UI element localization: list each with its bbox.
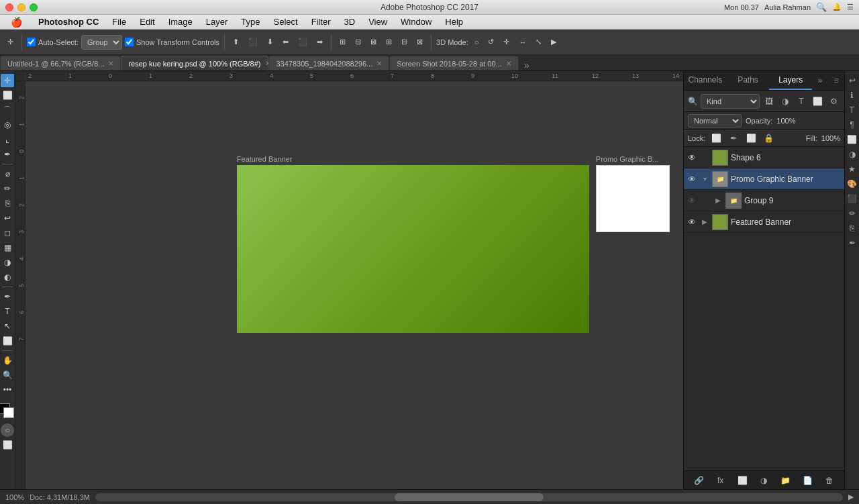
pen-tool[interactable]: ✒ — [1, 290, 14, 303]
autoselect-checkbox[interactable] — [27, 38, 36, 46]
tab-close-photo[interactable]: ✕ — [376, 60, 382, 67]
rs-properties-btn[interactable]: ⬜ — [846, 133, 859, 146]
lock-pixels-btn[interactable]: ⬜ — [709, 132, 723, 145]
type-tool[interactable]: T — [1, 305, 14, 318]
color-picker[interactable] — [0, 403, 15, 419]
group-btn[interactable]: 📁 — [779, 474, 793, 487]
transform-checkbox[interactable] — [125, 38, 134, 46]
panel-menu-btn[interactable]: ≡ — [828, 71, 844, 90]
search-icon[interactable]: 🔍 — [816, 2, 827, 12]
adjustment-btn[interactable]: ◑ — [757, 474, 770, 487]
rs-paths-btn[interactable]: ✒ — [846, 236, 859, 250]
quick-mask-btn[interactable]: ○ — [1, 423, 14, 437]
panel-collapse-btn[interactable]: » — [812, 71, 828, 90]
rs-clone-btn[interactable]: ⎘ — [846, 221, 859, 235]
eyedropper-tool[interactable]: ✒ — [1, 148, 14, 161]
3d-pan-btn[interactable]: ✛ — [500, 34, 513, 50]
kind-dropdown[interactable]: Kind — [701, 94, 760, 109]
rs-type-btn[interactable]: T — [846, 103, 859, 117]
lasso-tool[interactable]: ⌒ — [1, 103, 14, 117]
menu-view[interactable]: View — [363, 15, 393, 28]
align-hcenter-btn[interactable]: ⬛ — [295, 34, 311, 50]
align-left-btn[interactable]: ⬅ — [279, 34, 292, 50]
path-select-tool[interactable]: ↖ — [1, 319, 14, 333]
align-top-btn[interactable]: ⬆ — [230, 34, 242, 50]
layer-visibility-featured[interactable]: 👁 — [687, 217, 697, 228]
hand-tool[interactable]: ✋ — [1, 354, 14, 367]
align-bottom-btn[interactable]: ⬇ — [264, 34, 276, 50]
zoom-tool[interactable]: 🔍 — [1, 368, 14, 382]
3d-roll-btn[interactable]: ↺ — [485, 34, 497, 50]
menu-window[interactable]: Window — [395, 15, 437, 28]
menu-3d[interactable]: 3D — [339, 15, 361, 28]
app-name-menu[interactable]: Photoshop CC — [33, 15, 104, 28]
workspace[interactable]: Featured Banner Promo Graphic B... — [26, 81, 683, 489]
rs-color-btn[interactable]: 🎨 — [846, 177, 859, 191]
menu-edit[interactable]: Edit — [134, 15, 160, 28]
canvas-scroll[interactable]: 2 1 0 1 2 3 4 5 6 7 Featured Banner Prom… — [15, 81, 683, 489]
rs-swatches-btn[interactable]: ⬛ — [846, 192, 859, 205]
lock-artboard-btn[interactable]: ⬜ — [744, 132, 758, 145]
healing-tool[interactable]: ⌀ — [1, 167, 14, 181]
layer-item-featured[interactable]: 👁 ▶ Featured Banner — [684, 211, 844, 233]
dist-btn-3[interactable]: ⊠ — [367, 34, 380, 50]
brush-tool[interactable]: ✏ — [1, 182, 14, 195]
tab-channels[interactable]: Channels — [684, 71, 727, 90]
close-button[interactable] — [5, 3, 13, 11]
menu-filter[interactable]: Filter — [306, 15, 336, 28]
new-layer-btn[interactable]: 📄 — [801, 474, 814, 487]
dist-btn-1[interactable]: ⊞ — [336, 34, 349, 50]
clone-tool[interactable]: ⎘ — [1, 197, 14, 210]
3d-slide-btn[interactable]: ↔ — [515, 34, 529, 50]
layer-visibility-shape6[interactable]: 👁 — [687, 152, 697, 163]
shape-filter-btn[interactable]: ⬜ — [811, 95, 824, 108]
menu-type[interactable]: Type — [236, 15, 265, 28]
layer-visibility-promo[interactable]: 👁 — [687, 174, 697, 185]
smart-filter-btn[interactable]: ⚙ — [827, 95, 840, 108]
menu-select[interactable]: Select — [268, 15, 303, 28]
fx-btn[interactable]: fx — [714, 474, 727, 487]
shape-tool[interactable]: ⬜ — [1, 334, 14, 348]
dist-btn-2[interactable]: ⊟ — [352, 34, 364, 50]
scrollbar-thumb[interactable] — [395, 493, 544, 501]
3d-video-btn[interactable]: ▶ — [548, 34, 560, 50]
background-color[interactable] — [3, 407, 14, 418]
quick-select-tool[interactable]: ◎ — [1, 118, 14, 132]
layer-expand-featured[interactable]: ▶ — [700, 217, 709, 227]
align-vcenter-btn[interactable]: ⬛ — [245, 34, 261, 50]
tab-photo[interactable]: 33478305_1984042088296... ✕ — [268, 56, 389, 70]
tab-close-untitled[interactable]: ✕ — [108, 60, 113, 67]
featured-banner-rect[interactable] — [237, 165, 589, 333]
dist-btn-4[interactable]: ⊞ — [383, 34, 395, 50]
crop-tool[interactable]: ⌞ — [1, 133, 14, 146]
tab-untitled[interactable]: Untitled-1 @ 66,7% (RGB/8... ✕ — [0, 56, 121, 70]
screen-mode-btn[interactable]: ⬜ — [1, 438, 14, 452]
eraser-tool[interactable]: ◻ — [1, 226, 14, 240]
minimize-button[interactable] — [17, 3, 26, 11]
autoselect-checkbox-label[interactable]: Auto-Select: — [27, 38, 79, 46]
layer-visibility-group9[interactable]: 👁 — [687, 195, 697, 206]
adjust-filter-btn[interactable]: ◑ — [778, 95, 792, 108]
gradient-tool[interactable]: ▦ — [1, 241, 14, 254]
layer-item-promo[interactable]: 👁 ▾ 📁 Promo Graphic Banner — [684, 168, 844, 190]
type-filter-btn[interactable]: T — [795, 95, 808, 108]
dist-btn-6[interactable]: ⊠ — [413, 34, 426, 50]
lock-all-btn[interactable]: 🔒 — [762, 132, 775, 145]
tab-paths[interactable]: Paths — [727, 71, 770, 90]
rs-history-btn[interactable]: ↩ — [846, 74, 859, 87]
layer-item-group9[interactable]: 👁 ▶ 📁 Group 9 — [684, 190, 844, 211]
link-layers-btn[interactable]: 🔗 — [692, 474, 705, 487]
rs-brush-btn[interactable]: ✏ — [846, 207, 859, 220]
transform-checkbox-label[interactable]: Show Transform Controls — [125, 38, 219, 46]
history-tool[interactable]: ↩ — [1, 211, 14, 225]
tab-layers[interactable]: Layers — [769, 71, 812, 90]
extra-tool[interactable]: ••• — [1, 383, 14, 397]
expand-btn[interactable]: ▶ — [848, 493, 854, 501]
tab-close-screenshot[interactable]: ✕ — [506, 60, 511, 67]
rs-paragraph-btn[interactable]: ¶ — [846, 118, 859, 132]
menu-help[interactable]: Help — [440, 15, 468, 28]
layer-expand-promo[interactable]: ▾ — [700, 174, 709, 184]
rs-style-btn[interactable]: ★ — [846, 162, 859, 176]
apple-menu[interactable]: 🍎 — [5, 15, 28, 29]
marquee-tool[interactable]: ⬜ — [1, 89, 14, 102]
